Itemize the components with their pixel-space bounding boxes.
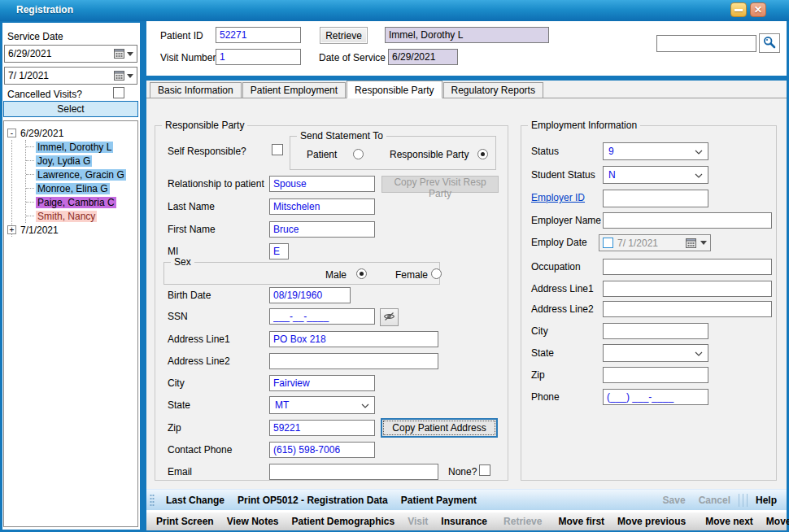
rp-address1-input[interactable]: [269, 331, 438, 347]
tab-regulatory-reports[interactable]: Regulatory Reports: [443, 82, 543, 98]
last-name-input[interactable]: [269, 198, 375, 215]
service-date-label: Service Date: [7, 31, 63, 42]
employer-id-input[interactable]: [603, 190, 708, 207]
save-button[interactable]: Save: [656, 495, 692, 506]
retrieve-button-bottom[interactable]: Retrieve: [497, 516, 548, 527]
move-next-button[interactable]: Move next: [699, 516, 760, 527]
emp-phone-input[interactable]: [603, 389, 708, 405]
birth-date-input[interactable]: [269, 287, 351, 303]
tree-item-patient[interactable]: Paige, Cambria C: [26, 195, 136, 209]
action-toolbar: Last Change Print OP5012 - Registration …: [146, 489, 787, 510]
email-none-checkbox[interactable]: [479, 464, 490, 476]
tree-node-date-2[interactable]: + 7/1/2021: [7, 223, 136, 237]
window-title: Registration: [16, 4, 73, 15]
chevron-down-icon[interactable]: [127, 74, 133, 78]
male-radio-label: Male: [325, 269, 347, 281]
emp-address1-input[interactable]: [603, 281, 772, 297]
mi-input[interactable]: [269, 243, 289, 259]
eye-slash-icon: [383, 312, 395, 324]
tree-date-label[interactable]: 7/1/2021: [20, 225, 59, 236]
relationship-input[interactable]: [269, 176, 375, 192]
visit-number-label: Visit Number: [160, 52, 216, 63]
emp-state-select[interactable]: [603, 344, 708, 362]
move-previous-button[interactable]: Move previous: [611, 516, 692, 527]
self-responsible-checkbox[interactable]: [272, 144, 283, 155]
chevron-down-icon[interactable]: [127, 52, 133, 56]
tree-node-date-1[interactable]: - 6/29/2021: [7, 126, 136, 140]
copy-patient-address-button[interactable]: Copy Patient Address: [381, 418, 498, 438]
move-first-button[interactable]: Move first: [551, 516, 611, 527]
emp-city-input[interactable]: [603, 323, 708, 339]
patient-demographics-button[interactable]: Patient Demographics: [286, 516, 402, 527]
status-select[interactable]: 9: [603, 142, 708, 160]
employ-date-picker[interactable]: 7/ 1/2021: [599, 234, 711, 251]
help-button-top[interactable]: Help: [749, 495, 787, 506]
copy-prev-visit-button[interactable]: Copy Prev Visit Resp Party: [381, 176, 499, 193]
ssn-label: SSN: [168, 311, 188, 322]
rp-city-input[interactable]: [269, 375, 375, 391]
student-status-select[interactable]: N: [603, 166, 708, 184]
cancel-button[interactable]: Cancel: [692, 495, 737, 506]
last-name-label: Last Name: [168, 201, 215, 212]
tab-responsible-party[interactable]: Responsible Party: [347, 81, 442, 98]
collapse-icon[interactable]: -: [7, 129, 16, 137]
responsible-party-radio[interactable]: [477, 149, 488, 159]
date-of-service-label: Date of Service: [319, 52, 386, 63]
patient-id-input[interactable]: [216, 27, 301, 43]
tree-item-patient[interactable]: Joy, Lydia G: [26, 154, 136, 168]
rp-address2-input[interactable]: [269, 353, 438, 369]
contact-phone-label: Contact Phone: [168, 444, 232, 456]
tab-basic-information[interactable]: Basic Information: [150, 82, 242, 98]
close-icon: ✕: [754, 4, 762, 15]
patient-payment-button[interactable]: Patient Payment: [394, 495, 483, 506]
employ-date-checkbox[interactable]: [603, 238, 613, 248]
move-last-button[interactable]: Move last: [760, 516, 789, 527]
search-input[interactable]: [656, 35, 756, 52]
tab-patient-employment[interactable]: Patient Employment: [242, 82, 346, 98]
visit-number-input[interactable]: [216, 49, 301, 65]
email-input[interactable]: [269, 464, 438, 480]
tree-date-label[interactable]: 6/29/2021: [20, 128, 63, 139]
male-radio[interactable]: [356, 268, 367, 279]
first-name-input[interactable]: [269, 221, 375, 238]
rp-state-select[interactable]: MT: [269, 396, 375, 414]
tree-item-patient[interactable]: Lawrence, Gracin G: [26, 168, 136, 181]
visit-button[interactable]: Visit: [401, 516, 434, 527]
service-date-start-picker[interactable]: 6/29/2021: [4, 45, 137, 63]
date-of-service-field: [388, 49, 458, 65]
print-screen-button[interactable]: Print Screen: [146, 516, 220, 527]
minimize-button[interactable]: [730, 2, 747, 17]
contact-phone-input[interactable]: [269, 442, 375, 458]
select-button[interactable]: Select: [3, 101, 138, 117]
ssn-visibility-button[interactable]: [380, 308, 399, 326]
patient-name-field: [385, 27, 549, 43]
print-registration-button[interactable]: Print OP5012 - Registration Data: [231, 495, 394, 506]
emp-zip-input[interactable]: [603, 367, 708, 383]
insurance-button[interactable]: Insurance: [434, 516, 494, 527]
chevron-down-icon[interactable]: [700, 241, 707, 245]
rp-zip-input[interactable]: [269, 420, 375, 436]
toolbar-grip-icon[interactable]: [150, 494, 155, 507]
tab-content: Responsible Party Self Responsible? Send…: [146, 98, 787, 489]
emp-address2-input[interactable]: [603, 301, 772, 317]
last-change-button[interactable]: Last Change: [159, 495, 231, 506]
view-notes-button[interactable]: View Notes: [220, 516, 286, 527]
employer-name-input[interactable]: [603, 212, 772, 229]
tree-item-patient[interactable]: Smith, Nancy: [26, 209, 136, 223]
close-button[interactable]: ✕: [750, 2, 766, 17]
occupation-input[interactable]: [603, 259, 772, 275]
search-button[interactable]: [759, 33, 780, 53]
employer-id-link[interactable]: Employer ID: [531, 192, 585, 203]
tree-item-patient[interactable]: Immel, Dorothy L: [26, 140, 136, 154]
female-radio[interactable]: [431, 268, 442, 279]
tree-item-patient[interactable]: Monroe, Elina G: [26, 181, 136, 195]
expand-icon[interactable]: +: [7, 225, 16, 234]
rp-address1-label: Address Line1: [168, 334, 230, 345]
patient-radio[interactable]: [353, 149, 364, 159]
emp-city-label: City: [531, 325, 548, 337]
retrieve-button[interactable]: Retrieve: [320, 27, 368, 44]
ssn-input[interactable]: [269, 308, 375, 325]
cancelled-visits-checkbox[interactable]: [113, 87, 124, 98]
service-date-end-picker[interactable]: 7/ 1/2021: [4, 67, 137, 85]
occupation-label: Occupation: [531, 261, 581, 273]
